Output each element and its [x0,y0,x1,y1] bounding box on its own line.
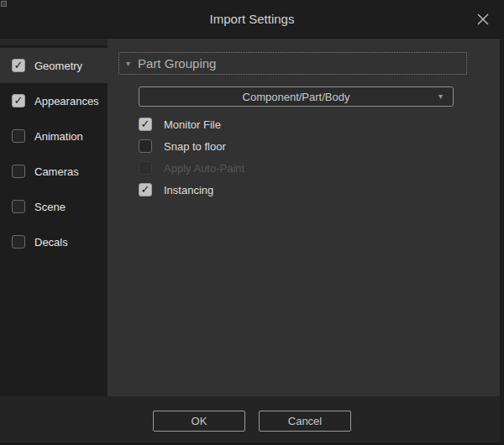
cameras-checkbox[interactable]: ✓ [12,165,25,178]
check-icon: ✓ [14,95,24,106]
sidebar-item-appearances[interactable]: ✓ Appearances [0,83,108,118]
category-list: ✓ Geometry ✓ Appearances ✓ Animation ✓ C… [0,48,108,259]
monitor-file-checkbox[interactable]: ✓ [139,118,152,131]
cancel-button[interactable]: Cancel [259,411,351,432]
check-icon: ✓ [141,184,150,195]
sidebar-item-label: Decals [34,236,68,249]
instancing-checkbox[interactable]: ✓ [139,183,152,196]
window-right-edge [500,39,504,445]
category-sidebar: ✓ Geometry ✓ Appearances ✓ Animation ✓ C… [0,39,108,396]
sidebar-item-scene[interactable]: ✓ Scene [0,189,108,224]
chevron-down-icon: ▾ [438,92,443,101]
ok-button[interactable]: OK [153,411,245,432]
close-icon [477,13,489,25]
apply-auto-paint-checkbox: ✓ [139,161,152,175]
window-title: Import Settings [0,0,504,39]
scene-checkbox[interactable]: ✓ [12,200,25,213]
option-apply-auto-paint: ✓ Apply Auto-Paint [139,157,244,179]
option-label: Instancing [164,184,213,196]
section-title: Part Grouping [138,56,216,71]
check-icon: ✓ [141,118,150,129]
sidebar-item-cameras[interactable]: ✓ Cameras [0,154,108,189]
option-instancing[interactable]: ✓ Instancing [139,179,244,201]
sidebar-top-strip [0,39,108,45]
snap-to-floor-checkbox[interactable]: ✓ [139,139,152,153]
sidebar-item-geometry[interactable]: ✓ Geometry [0,48,108,83]
close-button[interactable] [475,12,491,27]
sidebar-item-label: Geometry [34,60,82,72]
option-label: Snap to floor [164,140,226,153]
dropdown-selected-value: Component/Part/Body [243,91,350,103]
sidebar-item-decals[interactable]: ✓ Decals [0,224,108,259]
decals-checkbox[interactable]: ✓ [12,235,25,249]
sidebar-item-label: Animation [34,130,83,143]
sidebar-item-label: Scene [34,201,66,213]
sidebar-item-label: Appearances [34,95,99,107]
option-snap-to-floor[interactable]: ✓ Snap to floor [139,135,244,157]
part-grouping-dropdown[interactable]: Component/Part/Body ▾ [139,86,454,107]
check-icon: ✓ [14,60,24,71]
option-monitor-file[interactable]: ✓ Monitor File [139,113,244,135]
collapse-caret-icon: ▾ [126,60,130,68]
option-label: Monitor File [164,118,221,131]
title-bar: Import Settings [0,0,504,39]
appearances-checkbox[interactable]: ✓ [12,94,25,107]
settings-panel: ▾ Part Grouping Component/Part/Body ▾ ✓ … [108,39,500,396]
dialog-footer: OK Cancel [0,396,504,445]
sidebar-item-animation[interactable]: ✓ Animation [0,118,108,154]
animation-checkbox[interactable]: ✓ [12,129,25,143]
option-label: Apply Auto-Paint [164,162,244,175]
geometry-checkbox[interactable]: ✓ [12,59,25,72]
part-grouping-section-header[interactable]: ▾ Part Grouping [118,52,467,75]
sidebar-item-label: Cameras [34,165,79,178]
import-options: ✓ Monitor File ✓ Snap to floor ✓ Apply A… [139,113,244,201]
